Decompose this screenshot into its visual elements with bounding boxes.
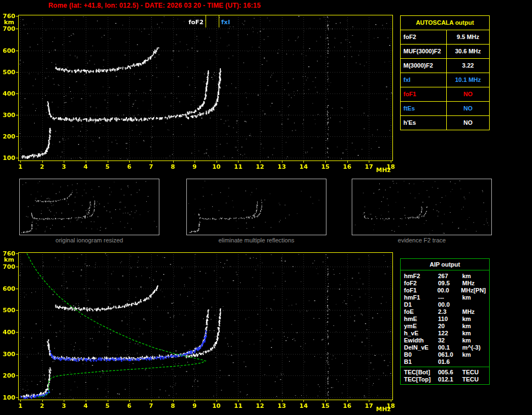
aip-row: ymE20km [401, 323, 489, 330]
autoscala-param-label: h'Es [401, 116, 447, 130]
aip-param-tag: [PN] [473, 287, 486, 294]
aip-param-name: foE [404, 308, 438, 316]
autoscala-param-value: NO [447, 87, 489, 101]
aip-row: D100.0 [401, 301, 489, 308]
aip-param-value: 00.1 [438, 344, 462, 351]
aip-row: hmF2267km [401, 273, 489, 280]
aip-param-value: 122 [438, 330, 462, 337]
aip-param-unit: MHz [462, 308, 475, 316]
aip-param-name: foF2 [404, 280, 438, 287]
aip-param-name: D1 [404, 301, 438, 308]
autoscala-row: ftEsNO [401, 101, 489, 115]
aip-param-unit: km [462, 330, 471, 337]
autoscala-table: AUTOSCALA output foF29.5 MHzMUF(3000)F23… [400, 15, 490, 130]
aip-param-value: 005.6 [438, 369, 462, 376]
aip-param-name: hmE [404, 316, 438, 323]
autoscala-param-value: 10.1 MHz [447, 73, 489, 87]
aip-row: DelN_vE00.1m^(-3) [401, 344, 489, 351]
aip-param-value: --- [438, 294, 462, 301]
aip-panel: AIP output hmF2267kmfoF209.5MHzfoF100.0M… [400, 258, 490, 385]
autoscala-row: MUF(3000)F230.6 MHz [401, 44, 489, 58]
aip-param-unit: MHz [462, 280, 475, 287]
aip-param-value: 00.0 [438, 301, 462, 308]
aip-param-name: h_vE [404, 330, 438, 337]
aip-param-unit: km [462, 351, 471, 358]
aip-param-value: 267 [438, 273, 462, 280]
aip-row: hmF1---km [401, 294, 489, 301]
aip-param-value: 00.0 [437, 287, 461, 294]
aip-param-name: TEC[Top] [404, 376, 438, 383]
aip-panel-title: AIP output [401, 259, 489, 270]
autoscala-param-label: MUF(3000)F2 [401, 45, 447, 58]
thumbnail-original-canvas [19, 179, 159, 235]
autoscala-row: foF29.5 MHz [401, 30, 489, 44]
aip-row: TEC[Bot]005.6TECU [401, 369, 489, 376]
aip-param-name: ymE [404, 323, 438, 330]
autoscala-param-value: 30.6 MHz [447, 45, 489, 58]
autoscala-param-label: foF1 [401, 87, 447, 101]
aip-param-name: Ewidth [404, 337, 438, 344]
autoscala-param-value: NO [447, 102, 489, 115]
thumbnail-panel-f2-evidence: evidence F2 trace [352, 179, 492, 244]
aip-row: B101.6 [401, 358, 489, 366]
aip-param-unit: MHz [461, 287, 474, 294]
aip-param-unit: TECU [462, 369, 479, 376]
aip-param-value: 110 [438, 316, 462, 323]
autoscala-row: foF1NO [401, 87, 489, 101]
autoscala-param-label: ftEs [401, 102, 447, 115]
autoscala-table-title: AUTOSCALA output [401, 16, 489, 30]
thumbnail-panel-original: original ionogram resized [19, 179, 159, 244]
top-ionogram-canvas [0, 10, 398, 173]
aip-param-unit: km [462, 323, 471, 330]
station-date-title: Rome (lat: +41.8, lon: 012.5) - DATE: 20… [48, 2, 261, 9]
aip-tec-rows: TEC[Bot]005.6TECUTEC[Top]012.1TECU [401, 367, 489, 385]
thumbnail-no-multiples-canvas [186, 179, 326, 235]
aip-param-value: 012.1 [438, 376, 462, 383]
aip-row: Ewidth32km [401, 337, 489, 344]
autoscala-window: Rome (lat: +41.8, lon: 012.5) - DATE: 20… [0, 0, 532, 415]
aip-param-value: 2.3 [438, 308, 462, 316]
thumbnail-caption: eliminate multiple reflections [186, 237, 326, 244]
aip-row: h_vE122km [401, 330, 489, 337]
aip-row: hmE110km [401, 316, 489, 323]
aip-param-name: B1 [404, 358, 438, 366]
aip-param-unit: km [462, 273, 471, 280]
autoscala-param-value: 3.22 [447, 59, 489, 73]
autoscala-row: h'EsNO [401, 115, 489, 130]
aip-param-unit: TECU [462, 376, 479, 383]
autoscala-row: fxI10.1 MHz [401, 73, 489, 87]
aip-row: foF100.0MHz[PN] [401, 287, 489, 294]
autoscala-param-label: M(3000)F2 [401, 59, 447, 73]
aip-param-value: 01.6 [438, 358, 462, 366]
aip-param-name: B0 [404, 351, 438, 358]
aip-row: foE2.3MHz [401, 308, 489, 316]
aip-row: B0061.0km [401, 351, 489, 358]
autoscala-param-label: foF2 [401, 30, 447, 44]
aip-param-unit: km [462, 337, 471, 344]
aip-param-value: 20 [438, 323, 462, 330]
aip-param-name: hmF2 [404, 273, 438, 280]
thumbnail-caption: original ionogram resized [19, 237, 159, 244]
bottom-ionogram-canvas [0, 248, 398, 415]
aip-param-value: 061.0 [438, 351, 462, 358]
aip-param-value: 09.5 [438, 280, 462, 287]
aip-param-name: foF1 [404, 287, 437, 294]
thumbnail-panel-no-multiples: eliminate multiple reflections [186, 179, 326, 244]
thumbnail-f2-evidence-canvas [352, 179, 492, 235]
aip-param-value: 32 [438, 337, 462, 344]
autoscala-row: M(3000)F23.22 [401, 58, 489, 73]
aip-param-unit: km [462, 294, 471, 301]
autoscala-param-value: 9.5 MHz [447, 30, 489, 44]
thumbnail-caption: evidence F2 trace [352, 237, 492, 244]
autoscala-rows: foF29.5 MHzMUF(3000)F230.6 MHzM(3000)F23… [401, 30, 489, 130]
aip-rows: hmF2267kmfoF209.5MHzfoF100.0MHz[PN]hmF1-… [401, 270, 489, 367]
aip-param-name: hmF1 [404, 294, 438, 301]
aip-row: foF209.5MHz [401, 280, 489, 287]
aip-param-name: TEC[Bot] [404, 369, 438, 376]
autoscala-param-label: fxI [401, 73, 447, 87]
autoscala-param-value: NO [447, 116, 489, 130]
aip-param-unit: km [462, 316, 471, 323]
aip-param-unit: m^(-3) [462, 344, 480, 351]
aip-row: TEC[Top]012.1TECU [401, 376, 489, 383]
aip-param-name: DelN_vE [404, 344, 438, 351]
